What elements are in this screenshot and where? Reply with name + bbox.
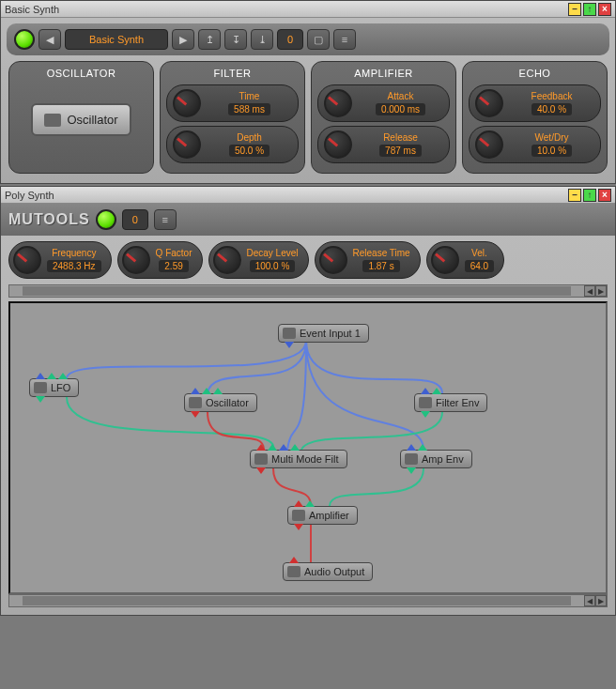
knob-value[interactable]: 64.0 [465, 260, 494, 272]
oscillator-button[interactable]: Oscillator [31, 103, 131, 136]
knob-label: Depth [237, 132, 262, 143]
multi-mode-filter-node[interactable]: Multi Mode Filt [250, 450, 347, 468]
velocity-knob[interactable] [431, 246, 459, 274]
feedback-knob-row: Feedback 40.0 % [469, 84, 601, 122]
basic-synth-titlebar: Basic Synth – ↑ × [1, 1, 615, 18]
filter-icon [254, 453, 268, 465]
preset-name-display[interactable]: Basic Synth [65, 29, 168, 50]
node-graph[interactable]: Event Input 1 LFO Oscillator Filter Env … [8, 301, 608, 594]
preset-index[interactable]: 0 [122, 209, 148, 230]
amp-env-node[interactable]: Amp Env [400, 450, 472, 468]
event-input-node[interactable]: Event Input 1 [278, 324, 369, 343]
feedback-knob[interactable] [475, 89, 503, 117]
knob-label: Vel. [471, 248, 487, 258]
filter-env-node[interactable]: Filter Env [414, 393, 487, 412]
knob-label: Frequency [52, 248, 96, 258]
basic-synth-toolbar: ◀ Basic Synth ▶ ↥ ↧ ⤓ 0 ▢ ≡ [7, 23, 609, 55]
knob-value[interactable]: 100.0 % [250, 260, 296, 272]
scroll-left-icon[interactable]: ◀ [584, 285, 595, 297]
close-button[interactable]: × [598, 189, 611, 202]
decay-knob-cell: Decay Level 100.0 % [208, 241, 309, 279]
power-led[interactable] [96, 209, 116, 230]
audio-output-node[interactable]: Audio Output [283, 562, 373, 581]
knob-label: Decay Level [247, 248, 299, 258]
knob-value[interactable]: 40.0 % [531, 103, 572, 115]
node-label: Filter Env [436, 397, 479, 408]
close-button[interactable]: × [598, 3, 611, 16]
brand-label: MUTOOLS [8, 211, 90, 228]
amplifier-icon [292, 510, 305, 521]
minimize-button[interactable]: – [568, 189, 581, 202]
basic-synth-panels: OSCILLATOR Oscillator FILTER Time 588 ms… [1, 61, 615, 183]
time-knob-row: Time 588 ms [166, 84, 299, 122]
poly-synth-titlebar: Poly Synth – ↑ × [1, 187, 615, 204]
qfactor-knob-cell: Q Factor 2.59 [117, 241, 203, 279]
release-knob[interactable] [324, 130, 352, 159]
load-down-button[interactable]: ↧ [224, 29, 247, 50]
oscillator-node[interactable]: Oscillator [184, 393, 257, 412]
knob-label: Attack [388, 91, 414, 101]
frequency-knob[interactable] [13, 246, 41, 274]
depth-knob-row: Depth 50.0 % [166, 126, 299, 163]
rect-button[interactable]: ▢ [307, 29, 330, 50]
poly-synth-toolbar: MUTOOLS 0 ≡ [1, 204, 615, 236]
amplifier-panel: AMPLIFIER Attack 0.000 ms Release 787 ms [311, 61, 456, 174]
node-label: Amp Env [422, 453, 464, 465]
filter-panel: FILTER Time 588 ms Depth 50.0 % [160, 61, 305, 174]
knob-label: Q Factor [156, 248, 192, 258]
graph-scrollbar[interactable]: ◀ ▶ [8, 594, 608, 607]
next-preset-button[interactable]: ▶ [172, 29, 194, 50]
knob-value[interactable]: 50.0 % [229, 145, 270, 157]
knob-value[interactable]: 1.87 s [362, 260, 399, 272]
waveform-icon [189, 397, 202, 408]
qfactor-knob[interactable] [122, 246, 150, 274]
oscillator-panel: OSCILLATOR Oscillator [8, 61, 154, 174]
release-knob-cell: Release Time 1.87 s [315, 241, 421, 279]
power-led[interactable] [14, 29, 35, 50]
panel-title: AMPLIFIER [354, 68, 413, 79]
save-button[interactable]: ⤓ [251, 29, 273, 50]
event-icon [283, 328, 296, 339]
menu-button[interactable]: ≡ [333, 29, 356, 50]
oscillator-button-label: Oscillator [67, 113, 117, 127]
lfo-node[interactable]: LFO [29, 378, 79, 397]
node-label: LFO [51, 382, 70, 393]
knob-label: Release Time [353, 248, 410, 258]
minimize-button[interactable]: – [568, 3, 581, 16]
preset-index[interactable]: 0 [277, 29, 303, 50]
prev-preset-button[interactable]: ◀ [38, 29, 61, 50]
knob-scrollbar[interactable]: ◀ ▶ [8, 284, 608, 298]
knob-value[interactable]: 2488.3 Hz [47, 260, 101, 272]
attack-knob[interactable] [324, 89, 352, 117]
knob-value[interactable]: 787 ms [379, 145, 422, 157]
knob-value[interactable]: 2.59 [159, 260, 188, 272]
window-title: Basic Synth [5, 4, 566, 15]
wetdry-knob-row: Wet/Dry 10.0 % [469, 126, 601, 163]
maximize-button[interactable]: ↑ [583, 189, 596, 202]
depth-knob[interactable] [173, 130, 201, 159]
time-knob[interactable] [173, 89, 201, 117]
echo-panel: ECHO Feedback 40.0 % Wet/Dry 10.0 % [462, 61, 608, 174]
node-label: Oscillator [206, 397, 249, 408]
scroll-right-icon[interactable]: ▶ [595, 285, 607, 297]
maximize-button[interactable]: ↑ [583, 3, 596, 16]
wires [10, 303, 606, 592]
knob-label: Wet/Dry [535, 132, 569, 143]
knob-value[interactable]: 588 ms [228, 103, 270, 115]
load-up-button[interactable]: ↥ [198, 29, 221, 50]
release-knob[interactable] [319, 246, 347, 274]
knob-value[interactable]: 10.0 % [531, 145, 572, 157]
decay-knob[interactable] [213, 246, 241, 274]
amplifier-node[interactable]: Amplifier [287, 506, 358, 525]
knob-label: Release [383, 132, 418, 143]
node-label: Audio Output [304, 566, 364, 577]
poly-synth-knob-row: Frequency 2488.3 Hz Q Factor 2.59 Decay … [1, 236, 615, 284]
scroll-right-icon[interactable]: ▶ [595, 595, 607, 606]
envelope-icon [405, 453, 418, 465]
knob-value[interactable]: 0.000 ms [376, 103, 425, 115]
menu-button[interactable]: ≡ [154, 209, 177, 230]
basic-synth-window: Basic Synth – ↑ × ◀ Basic Synth ▶ ↥ ↧ ⤓ … [0, 0, 616, 184]
node-label: Multi Mode Filt [271, 453, 339, 465]
scroll-left-icon[interactable]: ◀ [584, 595, 595, 606]
wetdry-knob[interactable] [475, 130, 503, 159]
